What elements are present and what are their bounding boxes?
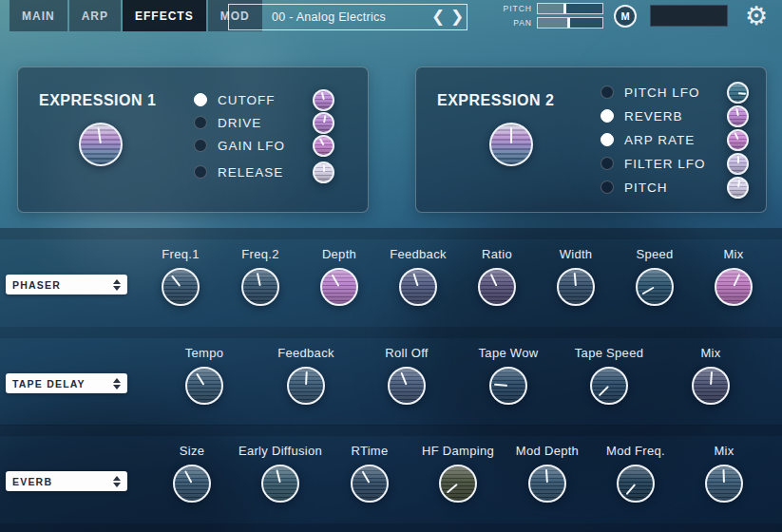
knob-label: Tape Speed xyxy=(563,346,655,360)
phaser-effect-selector[interactable]: PHASER xyxy=(6,275,127,294)
reverb-mini-knob[interactable] xyxy=(727,105,749,127)
drive-mini-knob[interactable] xyxy=(313,112,334,134)
everb-size-knob[interactable] xyxy=(173,465,211,503)
knob-label: HF Damping xyxy=(412,444,504,458)
item-label: PITCH xyxy=(624,180,727,195)
everb-rtime-knob[interactable] xyxy=(351,465,389,503)
knob-label: Mix xyxy=(678,444,770,458)
updown-arrows-icon xyxy=(113,378,121,390)
tape-rolloff-knob[interactable] xyxy=(388,367,426,405)
phaser-feedback-knob[interactable] xyxy=(399,268,437,306)
tab-main[interactable]: MAIN xyxy=(10,0,67,31)
phaser-freq1-knob[interactable] xyxy=(162,268,200,306)
expression1-panel: EXPRESSION 1 CUTOFF DRIVE GAIN LFO RELEA… xyxy=(17,66,369,213)
tape-feedback-knob[interactable] xyxy=(287,367,325,405)
pitch-slider[interactable] xyxy=(537,3,603,14)
knob-label: Tempo xyxy=(159,346,250,360)
knob-label: Depth xyxy=(294,247,385,261)
expression1-knob[interactable] xyxy=(79,123,123,166)
expression2-panel: EXPRESSION 2 PITCH LFO REVERB ARP RATE F… xyxy=(415,66,767,213)
item-label: PITCH LFO xyxy=(624,86,727,100)
phaser-row: PHASER Freq.1 Freq.2 Depth Feedback Rati… xyxy=(0,239,782,327)
knob-label: Mix xyxy=(665,346,756,360)
radio-icon[interactable] xyxy=(601,180,614,194)
knob-label: RTime xyxy=(324,444,415,458)
expression2-title: EXPRESSION 2 xyxy=(437,92,554,109)
everb-mod-depth-knob[interactable] xyxy=(528,465,566,503)
item-label: ARP RATE xyxy=(624,133,727,147)
item-label: DRIVE xyxy=(218,116,313,130)
settings-gear-icon[interactable]: ⚙ xyxy=(745,1,768,30)
filter-lfo-mini-knob[interactable] xyxy=(727,153,749,175)
phaser-mix-knob[interactable] xyxy=(715,268,753,306)
item-label: GAIN LFO xyxy=(218,139,313,153)
expression2-knob[interactable] xyxy=(489,123,533,166)
updown-arrows-icon xyxy=(113,476,121,487)
tape-tempo-knob[interactable] xyxy=(185,367,223,405)
knob-label: Speed xyxy=(609,247,700,261)
knob-label: Freq.2 xyxy=(215,247,306,261)
tab-effects[interactable]: EFFECTS xyxy=(123,0,206,31)
expression1-item-gain-lfo: GAIN LFO xyxy=(194,134,334,157)
everb-mod-freq-knob[interactable] xyxy=(617,465,655,503)
gain-lfo-mini-knob[interactable] xyxy=(313,135,334,157)
radio-icon[interactable] xyxy=(194,139,207,152)
knob-label: Mix xyxy=(688,247,779,261)
expression2-item-filter-lfo: FILTER LFO xyxy=(601,152,749,175)
knob-label: Feedback xyxy=(260,346,352,360)
phaser-freq2-knob[interactable] xyxy=(241,268,279,306)
preset-arrows: ❮ ❯ xyxy=(429,5,467,29)
phaser-depth-knob[interactable] xyxy=(320,268,358,306)
preset-next-icon[interactable]: ❯ xyxy=(448,6,467,28)
pitch-lfo-mini-knob[interactable] xyxy=(727,82,749,104)
pan-slider[interactable] xyxy=(537,17,603,28)
tape-wow-knob[interactable] xyxy=(489,367,527,405)
plugin-window: MAIN ARP EFFECTS MOD 00 - Analog Electri… xyxy=(0,0,782,532)
release-mini-knob[interactable] xyxy=(313,162,334,183)
everb-row: EVERB Size Early Diffusion RTime HF Damp… xyxy=(0,436,782,523)
radio-icon[interactable] xyxy=(601,133,614,146)
updown-arrows-icon xyxy=(113,279,121,291)
knob-label: Freq.1 xyxy=(135,247,226,261)
expression2-item-arp-rate: ARP RATE xyxy=(601,128,749,151)
phaser-width-knob[interactable] xyxy=(557,268,595,306)
knob-label: Roll Off xyxy=(361,346,452,360)
expression2-item-pitch-lfo: PITCH LFO xyxy=(601,81,749,104)
radio-icon[interactable] xyxy=(194,116,207,129)
radio-icon[interactable] xyxy=(194,165,207,179)
expression1-title: EXPRESSION 1 xyxy=(39,92,156,109)
expression2-item-pitch: PITCH xyxy=(601,176,749,199)
everb-effect-selector[interactable]: EVERB xyxy=(6,471,127,491)
radio-icon[interactable] xyxy=(601,86,614,99)
row-separator xyxy=(0,425,782,436)
tape-mix-knob[interactable] xyxy=(692,367,730,405)
pitch-mini-knob[interactable] xyxy=(727,177,749,199)
cutoff-mini-knob[interactable] xyxy=(313,89,334,111)
item-label: REVERB xyxy=(624,109,727,124)
expression1-item-cutoff: CUTOFF xyxy=(194,88,334,111)
arp-rate-mini-knob[interactable] xyxy=(727,129,749,151)
radio-icon[interactable] xyxy=(194,93,207,106)
everb-early-diffusion-knob[interactable] xyxy=(261,465,299,503)
phaser-ratio-knob[interactable] xyxy=(478,268,516,306)
knob-label: Early Diffusion xyxy=(235,444,326,458)
preset-prev-icon[interactable]: ❮ xyxy=(429,6,448,28)
preset-name[interactable]: 00 - Analog Electrics xyxy=(229,10,429,24)
tab-arp[interactable]: ARP xyxy=(69,0,121,31)
page-tabs: MAIN ARP EFFECTS MOD xyxy=(10,0,262,31)
midi-button[interactable]: M xyxy=(614,5,637,28)
expression1-item-release: RELEASE xyxy=(194,161,334,183)
knob-label: Width xyxy=(530,247,621,261)
phaser-speed-knob[interactable] xyxy=(636,268,674,306)
row-separator xyxy=(0,523,782,532)
tape-delay-effect-selector[interactable]: TAPE DELAY xyxy=(6,373,127,393)
display-panel xyxy=(650,5,728,27)
radio-icon[interactable] xyxy=(601,157,614,170)
everb-hf-damping-knob[interactable] xyxy=(439,465,477,503)
radio-icon[interactable] xyxy=(601,109,614,123)
everb-mix-knob[interactable] xyxy=(705,465,743,503)
preset-selector: 00 - Analog Electrics ❮ ❯ xyxy=(228,4,467,30)
tape-speed-knob[interactable] xyxy=(590,367,628,405)
pitch-label: PITCH xyxy=(498,4,532,13)
knob-label: Feedback xyxy=(372,247,464,261)
